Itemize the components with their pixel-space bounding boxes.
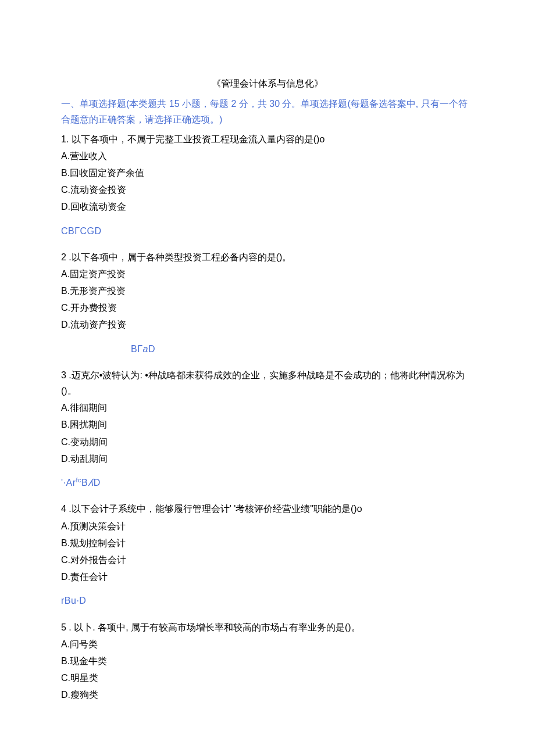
option-c: C.明星类: [61, 670, 474, 686]
question-3: 3 .迈克尔•波特认为: •种战略都未获得成效的企业，实施多种战略是不会成功的；…: [61, 367, 474, 467]
question-4: 4 .以下会计子系统中，能够履行管理会计' '考核评价经营业绩"职能的是()o …: [61, 501, 474, 585]
question-2: 2 .以下各项中，属于各种类型投资工程必备内容的是()。 A.固定资产投资 B.…: [61, 249, 474, 333]
answer-2: BΓaD: [131, 341, 474, 357]
answer-4: rBu·D: [61, 593, 474, 608]
option-d: D.回收流动资金: [61, 199, 474, 214]
option-d: D.流动资产投资: [61, 317, 474, 332]
option-c: C.对外报告会计: [61, 552, 474, 568]
option-c: C.变动期间: [61, 434, 474, 450]
option-a: A.固定资产投资: [61, 266, 474, 282]
option-a: A.徘徊期间: [61, 400, 474, 415]
option-a: A.营业收入: [61, 148, 474, 164]
page-title: 《管理会计体系与信息化》: [61, 76, 474, 91]
question-stem: 1. 以下各项中，不属于完整工业投资工程现金流入量内容的是()o: [61, 131, 474, 147]
question-5: 5 . 以卜. 各项中, 属于有较高市场增长率和较高的市场占有率业务的是()。 …: [61, 619, 474, 703]
option-b: B.现金牛类: [61, 653, 474, 669]
option-a: A.问号类: [61, 636, 474, 652]
option-c: C.开办费投资: [61, 300, 474, 316]
option-b: B.回收固定资产余值: [61, 165, 474, 181]
option-b: B.无形资产投资: [61, 283, 474, 299]
section-instructions: 一、单项选择题(本类题共 15 小题，每题 2 分，共 30 分。单项选择题(每…: [61, 96, 474, 127]
option-d: D.瘦狗类: [61, 687, 474, 703]
question-stem: 5 . 以卜. 各项中, 属于有较高市场增长率和较高的市场占有率业务的是()。: [61, 619, 474, 635]
option-b: B.规划控制会计: [61, 535, 474, 551]
option-a: A.预测决策会计: [61, 518, 474, 534]
answer-3: '·ArfcBʎD: [61, 475, 474, 491]
option-c: C.流动资金投资: [61, 182, 474, 198]
question-stem: 2 .以下各项中，属于各种类型投资工程必备内容的是()。: [61, 249, 474, 265]
option-b: B.困扰期间: [61, 417, 474, 432]
option-d: D.责任会计: [61, 569, 474, 585]
question-stem: 4 .以下会计子系统中，能够履行管理会计' '考核评价经营业绩"职能的是()o: [61, 501, 474, 517]
question-1: 1. 以下各项中，不属于完整工业投资工程现金流入量内容的是()o A.营业收入 …: [61, 131, 474, 215]
answer-1: CBΓCGD: [61, 223, 474, 239]
question-stem: 3 .迈克尔•波特认为: •种战略都未获得成效的企业，实施多种战略是不会成功的；…: [61, 367, 474, 399]
option-d: D.动乱期间: [61, 451, 474, 467]
